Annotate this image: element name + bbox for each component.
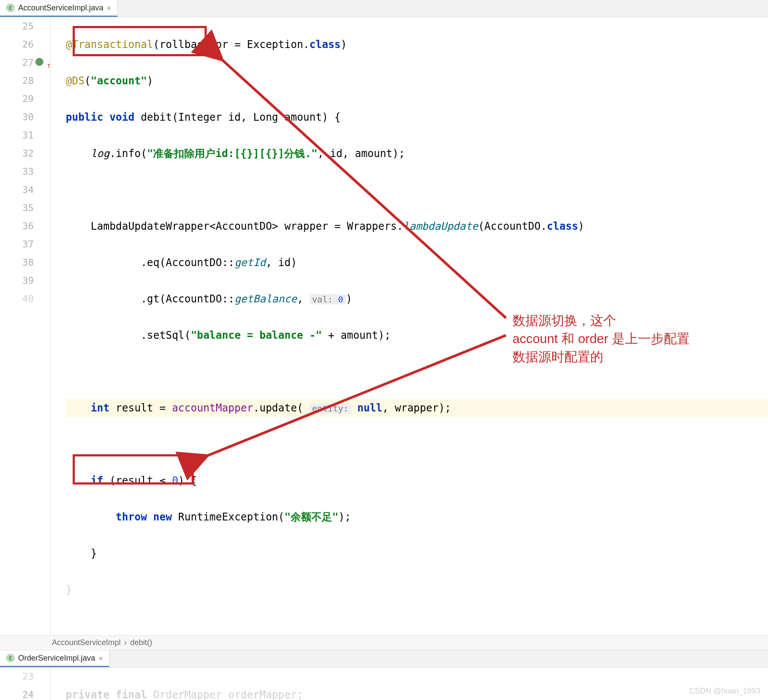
highlight-box-ds-account: [73, 26, 207, 56]
breadcrumb-method[interactable]: debit(): [130, 638, 152, 647]
breadcrumb-class[interactable]: AccountServiceImpl: [52, 638, 121, 647]
param-hint-entity: entity:: [310, 403, 351, 414]
gutter-top: 25 26 27↑ 28 29 30 31 32 33 34 35 36 37 …: [0, 17, 47, 635]
gutter-bottom: 23 24 25 26 27 28↑ 29 30 31 32 33 34 35 …: [0, 668, 47, 700]
tab-bar-bottom: C OrderServiceImpl.java ×: [0, 650, 768, 668]
tab-label: OrderServiceImpl.java: [18, 654, 95, 663]
fold-column: [47, 17, 57, 635]
class-icon: C: [6, 3, 15, 12]
override-gutter-icon[interactable]: [35, 58, 43, 66]
bottom-editor-pane: C OrderServiceImpl.java × 23 24 25 26 27…: [0, 650, 768, 700]
chevron-right-icon: ›: [124, 638, 127, 647]
highlight-box-ds-order: [73, 454, 194, 485]
watermark: CSDN @huan_1993: [689, 687, 760, 696]
editor-bottom[interactable]: 23 24 25 26 27 28↑ 29 30 31 32 33 34 35 …: [0, 668, 768, 700]
close-icon[interactable]: ×: [107, 4, 111, 12]
breadcrumb-top[interactable]: AccountServiceImpl › debit(): [0, 635, 768, 650]
param-hint-val: val: 0: [310, 294, 346, 305]
tab-order-service[interactable]: C OrderServiceImpl.java ×: [0, 650, 109, 667]
annotation-ds-account: @DS: [66, 75, 84, 87]
close-icon[interactable]: ×: [99, 654, 103, 662]
tab-bar-top: C AccountServiceImpl.java ×: [0, 0, 768, 17]
annotation-text: 数据源切换，这个 account 和 order 是上一步配置 数据源时配置的: [512, 311, 690, 366]
tab-account-service[interactable]: C AccountServiceImpl.java ×: [0, 0, 118, 17]
class-icon: C: [6, 654, 15, 662]
method-debit: debit(Integer id, Long amount) {: [134, 111, 341, 123]
fold-column: [47, 668, 57, 700]
code-area-bottom[interactable]: private final OrderMapper orderMapper; 1…: [57, 668, 768, 700]
tab-label: AccountServiceImpl.java: [18, 3, 103, 13]
